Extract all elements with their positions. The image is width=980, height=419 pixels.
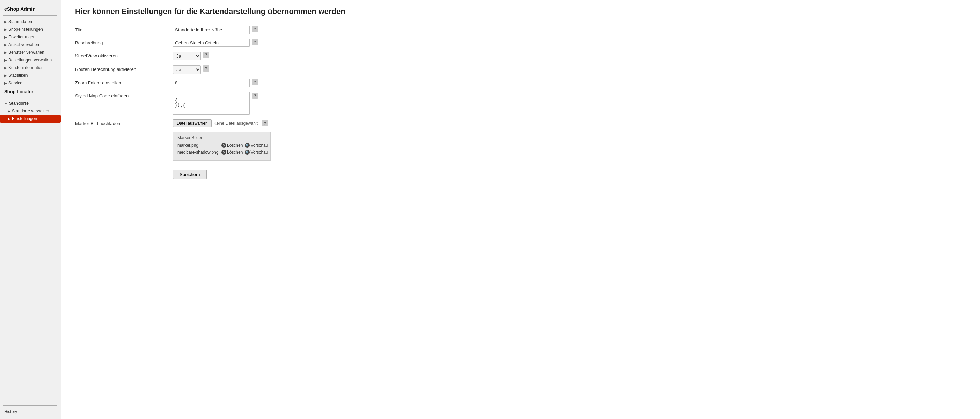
sidebar-item-label: Statistiken xyxy=(8,73,28,78)
preview-label-marker-png: Vorschau xyxy=(250,143,268,148)
delete-label-medicare-shadow: Löschen xyxy=(227,150,243,155)
sidebar-item-label: Service xyxy=(8,81,22,86)
marker-file-name-0: marker.png xyxy=(177,143,220,148)
sidebar-item-statistiken[interactable]: ▶ Statistiken xyxy=(0,71,61,79)
preview-label-medicare-shadow: Vorschau xyxy=(250,150,268,155)
sidebar-bottom: History xyxy=(0,404,61,416)
sidebar-history-label: History xyxy=(4,409,17,414)
sidebar-item-erweiterungen[interactable]: ▶ Erweiterungen xyxy=(0,33,61,41)
form-row-beschreibung: Beschreibung ? xyxy=(75,39,966,47)
help-btn-titel[interactable]: ? xyxy=(252,26,258,32)
marker-file-row-1: medicare-shadow.png ✕ Löschen 🔍 Vorschau xyxy=(177,150,266,155)
marker-file-row-0: marker.png ✕ Löschen 🔍 Vorschau xyxy=(177,143,266,148)
arrow-icon: ▶ xyxy=(4,35,7,39)
field-label-streetview: StreetView aktivieren xyxy=(75,52,173,58)
sidebar-item-service[interactable]: ▶ Service xyxy=(0,79,61,87)
arrow-icon: ▶ xyxy=(4,66,7,70)
help-btn-marker-bild[interactable]: ? xyxy=(262,120,268,126)
form-row-styled-map: Styled Map Code einfügen [ { }),{ ? xyxy=(75,92,966,114)
form-row-marker-bild: Marker Bild hochladen Datei auswählen Ke… xyxy=(75,119,966,127)
field-container-titel: ? xyxy=(173,26,966,34)
delete-icon-marker-png: ✕ xyxy=(221,143,226,148)
sidebar-item-benutzer-verwalten[interactable]: ▶ Benutzer verwalten xyxy=(0,49,61,56)
arrow-icon: ▶ xyxy=(4,81,7,85)
sidebar-item-history[interactable]: History xyxy=(0,408,61,416)
sidebar-item-label: Stammdaten xyxy=(8,19,32,24)
preview-button-marker-png[interactable]: 🔍 Vorschau xyxy=(245,143,268,148)
delete-button-marker-png[interactable]: ✕ Löschen xyxy=(221,143,243,148)
input-zoom[interactable] xyxy=(173,79,250,87)
preview-button-medicare-shadow[interactable]: 🔍 Vorschau xyxy=(245,150,268,155)
form-row-zoom: Zoom Faktor einstellen ? xyxy=(75,79,966,87)
delete-icon-medicare-shadow: ✕ xyxy=(221,150,226,155)
marker-images-title: Marker Bilder xyxy=(177,135,266,140)
help-btn-streetview[interactable]: ? xyxy=(203,52,209,58)
sidebar-item-standorte[interactable]: ▼ Standorte xyxy=(0,100,61,107)
arrow-down-icon: ▼ xyxy=(4,102,8,105)
sidebar-item-label: Kundeninformation xyxy=(8,65,44,70)
sidebar-item-label: Standorte xyxy=(9,101,29,106)
preview-icon-medicare-shadow: 🔍 xyxy=(245,150,250,155)
field-container-styled-map: [ { }),{ ? xyxy=(173,92,966,114)
help-btn-zoom[interactable]: ? xyxy=(252,79,258,85)
select-routen[interactable]: Ja Nein xyxy=(173,65,201,74)
sidebar-item-standorte-verwalten[interactable]: ▶ Standorte verwalten xyxy=(0,107,61,115)
save-button[interactable]: Speichern xyxy=(173,170,207,179)
sidebar-divider-bottom xyxy=(3,405,57,406)
help-btn-routen[interactable]: ? xyxy=(203,65,209,71)
preview-icon-marker-png: 🔍 xyxy=(245,143,250,148)
help-btn-beschreibung[interactable]: ? xyxy=(252,39,258,45)
delete-label-marker-png: Löschen xyxy=(227,143,243,148)
file-choose-button[interactable]: Datei auswählen xyxy=(173,119,212,127)
field-label-styled-map: Styled Map Code einfügen xyxy=(75,92,173,98)
page-title: Hier können Einstellungen für die Karten… xyxy=(75,7,966,16)
sidebar-item-stammdaten[interactable]: ▶ Stammdaten xyxy=(0,18,61,25)
field-container-routen: Ja Nein ? xyxy=(173,65,966,74)
sidebar-item-bestellungen-verwalten[interactable]: ▶ Bestellungen verwalten xyxy=(0,56,61,64)
arrow-icon: ▶ xyxy=(8,117,11,121)
save-button-container: Speichern xyxy=(173,166,966,179)
arrow-icon: ▶ xyxy=(4,58,7,62)
sidebar-divider-top xyxy=(3,15,57,16)
sidebar-item-label: Erweiterungen xyxy=(8,35,35,40)
sidebar-item-shopeinstellungen[interactable]: ▶ Shopeinstellungen xyxy=(0,25,61,33)
field-label-marker-bild: Marker Bild hochladen xyxy=(75,119,173,126)
arrow-icon: ▶ xyxy=(4,43,7,47)
field-container-marker-bild: Datei auswählen Keine Datei ausgewählt ? xyxy=(173,119,966,127)
sidebar: eShop Admin ▶ Stammdaten ▶ Shopeinstellu… xyxy=(0,0,61,419)
sidebar-item-label: Einstellungen xyxy=(12,116,37,121)
file-upload-area: Datei auswählen Keine Datei ausgewählt ? xyxy=(173,119,268,127)
help-btn-styled-map[interactable]: ? xyxy=(252,92,258,99)
delete-button-medicare-shadow[interactable]: ✕ Löschen xyxy=(221,150,243,155)
marker-images-section: Marker Bilder marker.png ✕ Löschen 🔍 Vor… xyxy=(173,132,966,160)
sidebar-item-kundeninformation[interactable]: ▶ Kundeninformation xyxy=(0,64,61,71)
form-row-streetview: StreetView aktivieren Ja Nein ? xyxy=(75,52,966,60)
sidebar-item-label: Standorte verwalten xyxy=(12,109,49,113)
input-beschreibung[interactable] xyxy=(173,39,250,47)
textarea-styled-map[interactable]: [ { }),{ xyxy=(173,92,250,114)
select-streetview[interactable]: Ja Nein xyxy=(173,52,201,60)
form-row-titel: Titel ? xyxy=(75,26,966,34)
form-row-routen: Routen Berechnung aktivieren Ja Nein ? xyxy=(75,65,966,74)
sidebar-divider-shop-locator xyxy=(3,97,57,97)
sidebar-item-einstellungen[interactable]: ▶ Einstellungen xyxy=(0,115,61,122)
sidebar-item-label: Bestellungen verwalten xyxy=(8,58,52,62)
marker-images-box: Marker Bilder marker.png ✕ Löschen 🔍 Vor… xyxy=(173,132,270,160)
arrow-icon: ▶ xyxy=(4,28,7,32)
arrow-icon: ▶ xyxy=(8,109,11,113)
sidebar-shop-locator-title: Shop Locator xyxy=(0,87,61,96)
no-file-text: Keine Datei ausgewählt xyxy=(214,121,258,126)
sidebar-item-artikel-verwalten[interactable]: ▶ Artikel verwalten xyxy=(0,41,61,49)
arrow-icon: ▶ xyxy=(4,51,7,54)
sidebar-item-label: Benutzer verwalten xyxy=(8,50,45,55)
arrow-icon: ▶ xyxy=(4,74,7,78)
field-label-titel: Titel xyxy=(75,26,173,32)
field-label-zoom: Zoom Faktor einstellen xyxy=(75,79,173,86)
field-label-beschreibung: Beschreibung xyxy=(75,39,173,45)
field-container-zoom: ? xyxy=(173,79,966,87)
marker-file-name-1: medicare-shadow.png xyxy=(177,150,220,155)
input-titel[interactable] xyxy=(173,26,250,34)
arrow-icon: ▶ xyxy=(4,20,7,24)
main-content: Hier können Einstellungen für die Karten… xyxy=(61,0,980,419)
sidebar-item-label: Shopeinstellungen xyxy=(8,27,43,32)
